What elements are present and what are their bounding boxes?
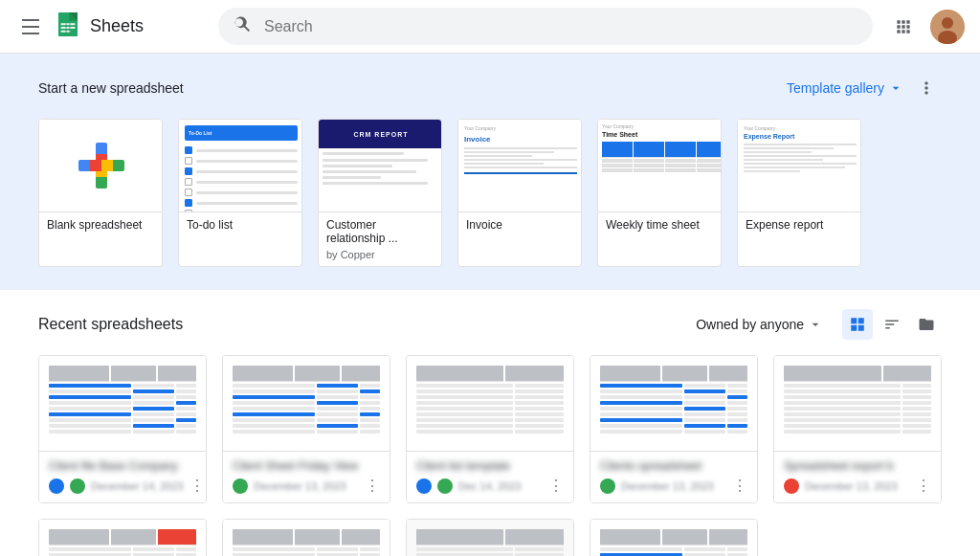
meta-more-1[interactable]: ⋮ (365, 477, 380, 495)
template-invoice-label: Invoice (458, 211, 581, 235)
meta-avatar-1 (70, 478, 85, 494)
meta-avatar-6 (784, 478, 799, 494)
more-options-icon[interactable] (911, 73, 942, 103)
avatar[interactable] (930, 10, 965, 44)
recent-thumb-2 (407, 356, 573, 452)
search-icon (234, 15, 253, 37)
recent-grid: Client file Base Company December 14, 20… (38, 355, 942, 556)
meta-more-4[interactable]: ⋮ (916, 477, 931, 495)
meta-avatar-4 (437, 478, 453, 494)
header-right (884, 8, 965, 46)
recent-thumb-7 (407, 520, 573, 556)
recent-thumb-5 (39, 520, 206, 556)
svg-rect-5 (61, 27, 76, 29)
recent-thumb-6 (223, 520, 390, 556)
recent-header: Recent spreadsheets Owned by anyone (38, 309, 942, 340)
recent-card-1[interactable]: Client Sheet Friday View December 13, 20… (222, 355, 390, 503)
meta-date-4: December 13, 2023 (805, 480, 898, 492)
recent-section-title: Recent spreadsheets (38, 316, 183, 333)
recent-card-0[interactable]: Client file Base Company December 14, 20… (38, 355, 207, 503)
template-crm-sublabel: by Copper (319, 249, 441, 266)
template-section: Start a new spreadsheet Template gallery (0, 54, 980, 290)
template-invoice-thumb: Your Company Invoice (458, 120, 582, 211)
template-timesheet-label: Weekly time sheet (598, 211, 721, 235)
template-expense-label: Expense report (738, 211, 860, 235)
recent-card-2[interactable]: Client list template Dec 14, 2023 ⋮ (406, 355, 574, 503)
template-expense[interactable]: Your Company Expense Report Expense repo… (737, 119, 861, 267)
recent-section: Recent spreadsheets Owned by anyone (0, 290, 980, 556)
app-header: Sheets (0, 0, 980, 54)
meta-avatar-5 (600, 478, 615, 494)
recent-card-footer-2: Client list template Dec 14, 2023 ⋮ (407, 452, 573, 502)
svg-rect-8 (66, 23, 67, 33)
template-invoice[interactable]: Your Company Invoice Invoice (457, 119, 582, 267)
meta-more-2[interactable]: ⋮ (548, 477, 564, 495)
svg-point-10 (942, 17, 953, 29)
sort-view-button[interactable] (877, 309, 907, 340)
sheets-logo (54, 12, 82, 41)
template-crm-thumb: CRM REPORT (319, 120, 442, 211)
meta-avatar-2 (233, 478, 248, 494)
template-header-controls: Template gallery (787, 73, 942, 103)
recent-card-title-2: Client list template (416, 459, 564, 473)
recent-thumb-0 (39, 356, 206, 452)
meta-date-3: December 13, 2023 (621, 480, 714, 492)
recent-thumb-8 (590, 520, 757, 556)
meta-avatar-0 (49, 478, 64, 494)
template-blank-label: Blank spreadsheet (39, 211, 162, 235)
header-left: Sheets (15, 11, 207, 42)
recent-card-meta-2: Dec 14, 2023 ⋮ (416, 477, 564, 495)
recent-card-8[interactable]: Row 2 item 4 (590, 519, 758, 556)
meta-date-1: December 13, 2023 (254, 480, 346, 492)
meta-more-3[interactable]: ⋮ (732, 477, 747, 495)
apps-icon[interactable] (884, 8, 923, 46)
svg-rect-4 (61, 23, 76, 25)
recent-card-meta-4: December 13, 2023 ⋮ (784, 477, 931, 495)
template-blank-thumb (39, 120, 163, 211)
template-section-title: Start a new spreadsheet (38, 80, 184, 96)
meta-more-0[interactable]: ⋮ (189, 477, 205, 495)
recent-card-meta-0: December 14, 2023 ⋮ (49, 477, 196, 495)
recent-card-footer-4: Spreadsheet export b December 13, 2023 ⋮ (774, 452, 941, 502)
recent-thumb-3 (590, 356, 757, 452)
recent-card-title-1: Client Sheet Friday View (233, 459, 380, 473)
grid-view-button[interactable] (842, 309, 873, 340)
search-input[interactable] (264, 18, 858, 35)
meta-date-2: Dec 14, 2023 (458, 480, 521, 492)
svg-rect-7 (69, 23, 70, 33)
recent-card-4[interactable]: Spreadsheet export b December 13, 2023 ⋮ (773, 355, 942, 503)
recent-card-footer-0: Client file Base Company December 14, 20… (39, 452, 206, 502)
recent-card-footer-1: Client Sheet Friday View December 13, 20… (223, 452, 390, 502)
recent-card-6[interactable]: Row 2 item 2 (222, 519, 390, 556)
template-crm-label: Customer relationship ... (319, 211, 441, 249)
meta-avatar-3 (416, 478, 432, 494)
view-icons (842, 309, 942, 340)
template-timesheet[interactable]: Your Company Time Sheet (597, 119, 722, 267)
search-bar[interactable] (218, 8, 873, 45)
template-todo-thumb: To-Do List (179, 120, 302, 211)
templates-grid: Blank spreadsheet To-Do List To-do (38, 119, 942, 267)
template-expense-thumb: Your Company Expense Report (738, 120, 861, 211)
recent-card-meta-1: December 13, 2023 ⋮ (233, 477, 380, 495)
recent-card-title-0: Client file Base Company (49, 459, 196, 473)
template-todo-label: To-do list (179, 211, 301, 235)
recent-controls: Owned by anyone (688, 309, 942, 340)
app-title: Sheets (90, 16, 144, 36)
template-header: Start a new spreadsheet Template gallery (38, 73, 942, 103)
folder-view-button[interactable] (911, 309, 942, 340)
template-todo[interactable]: To-Do List To-do list (178, 119, 302, 267)
recent-card-5[interactable]: Row 2 item 1 (38, 519, 207, 556)
menu-icon[interactable] (15, 11, 46, 42)
recent-card-title-4: Spreadsheet export b (784, 459, 931, 473)
template-crm[interactable]: CRM REPORT Customer relationship ... by … (318, 119, 442, 267)
recent-card-title-3: Clients spreadsheet (600, 459, 747, 473)
recent-card-3[interactable]: Clients spreadsheet December 13, 2023 ⋮ (590, 355, 758, 503)
template-gallery-button[interactable]: Template gallery (787, 80, 903, 96)
recent-card-footer-3: Clients spreadsheet December 13, 2023 ⋮ (590, 452, 757, 502)
owned-by-button[interactable]: Owned by anyone (688, 311, 831, 338)
recent-thumb-4 (774, 356, 941, 452)
template-timesheet-thumb: Your Company Time Sheet (598, 120, 722, 211)
recent-card-7[interactable]: Row 2 item 3 (406, 519, 574, 556)
recent-card-meta-3: December 13, 2023 ⋮ (600, 477, 747, 495)
template-blank[interactable]: Blank spreadsheet (38, 119, 163, 267)
